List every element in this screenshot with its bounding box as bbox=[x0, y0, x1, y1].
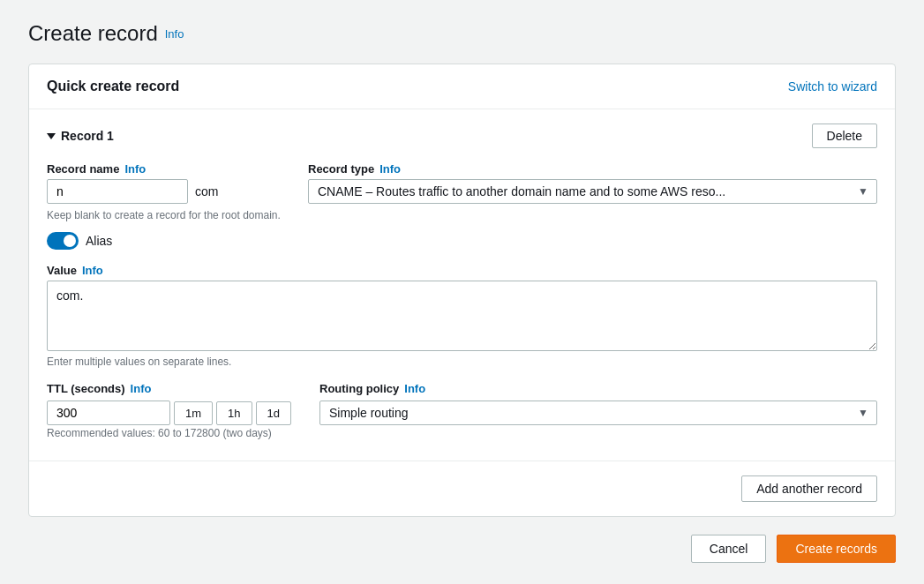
ttl-section: TTL (seconds) Info 1m 1h 1d Recommended … bbox=[47, 382, 291, 439]
switch-to-wizard-link[interactable]: Switch to wizard bbox=[788, 79, 877, 94]
routing-policy-section: Routing policy Info Simple routing Weigh… bbox=[319, 382, 877, 425]
ttl-1h-button[interactable]: 1h bbox=[216, 401, 252, 425]
value-label: Value Info bbox=[47, 264, 877, 277]
card-body: Record 1 Delete Record name Info com Kee… bbox=[29, 109, 895, 453]
value-textarea[interactable]: com. bbox=[47, 281, 877, 351]
record-name-group: Record name Info com Keep blank to creat… bbox=[47, 162, 294, 221]
ttl-1d-button[interactable]: 1d bbox=[256, 401, 291, 425]
routing-policy-info-link[interactable]: Info bbox=[404, 382, 425, 395]
record-type-select[interactable]: A – Routes traffic to an IPv4 address an… bbox=[308, 179, 877, 204]
ttl-info-link[interactable]: Info bbox=[131, 382, 152, 395]
cancel-button[interactable]: Cancel bbox=[691, 535, 767, 563]
page-footer: Cancel Create records bbox=[28, 535, 896, 563]
add-another-record-button[interactable]: Add another record bbox=[741, 475, 877, 502]
record-section-title: Record 1 bbox=[61, 129, 114, 143]
card-header: Quick create record Switch to wizard bbox=[29, 64, 895, 109]
record-name-label: Record name Info bbox=[47, 162, 294, 176]
value-info-link[interactable]: Info bbox=[82, 264, 103, 277]
quick-create-card: Quick create record Switch to wizard Rec… bbox=[28, 64, 896, 517]
routing-policy-label: Routing policy Info bbox=[319, 382, 877, 395]
record-title-row: Record 1 bbox=[47, 129, 114, 143]
routing-policy-select[interactable]: Simple routing Weighted Latency Failover… bbox=[319, 401, 877, 425]
card-footer: Add another record bbox=[29, 460, 895, 516]
ttl-hint: Recommended values: 60 to 172800 (two da… bbox=[47, 427, 272, 439]
ttl-label: TTL (seconds) Info bbox=[47, 382, 291, 395]
ttl-routing-row: TTL (seconds) Info 1m 1h 1d Recommended … bbox=[47, 382, 877, 439]
record-type-label: Record type Info bbox=[308, 162, 877, 176]
collapse-icon[interactable] bbox=[47, 133, 56, 139]
value-hint: Enter multiple values on separate lines. bbox=[47, 356, 231, 368]
record-header: Record 1 Delete bbox=[47, 124, 877, 148]
alias-label: Alias bbox=[86, 234, 112, 248]
page-title: Create record bbox=[28, 21, 158, 46]
page-info-link[interactable]: Info bbox=[165, 27, 184, 41]
routing-policy-select-wrapper: Simple routing Weighted Latency Failover… bbox=[319, 401, 877, 425]
name-type-row: Record name Info com Keep blank to creat… bbox=[47, 162, 877, 221]
record-name-hint: Keep blank to create a record for the ro… bbox=[47, 209, 294, 221]
card-title: Quick create record bbox=[47, 79, 179, 94]
record-type-group: Record type Info A – Routes traffic to a… bbox=[308, 162, 877, 221]
value-section: Value Info com. Enter multiple values on… bbox=[47, 264, 877, 368]
record-name-input-row: com bbox=[47, 179, 294, 204]
ttl-1m-button[interactable]: 1m bbox=[174, 401, 213, 425]
ttl-input[interactable] bbox=[47, 401, 170, 425]
domain-suffix: com bbox=[195, 184, 218, 198]
record-name-input[interactable] bbox=[47, 179, 188, 204]
create-records-button[interactable]: Create records bbox=[777, 535, 896, 563]
ttl-controls: 1m 1h 1d bbox=[47, 401, 291, 425]
alias-toggle[interactable] bbox=[47, 232, 79, 250]
record-name-info-link[interactable]: Info bbox=[124, 162, 146, 176]
alias-row: Alias bbox=[47, 232, 877, 250]
record-type-select-wrapper: A – Routes traffic to an IPv4 address an… bbox=[308, 179, 877, 204]
delete-button[interactable]: Delete bbox=[812, 124, 877, 148]
record-type-info-link[interactable]: Info bbox=[379, 162, 401, 176]
